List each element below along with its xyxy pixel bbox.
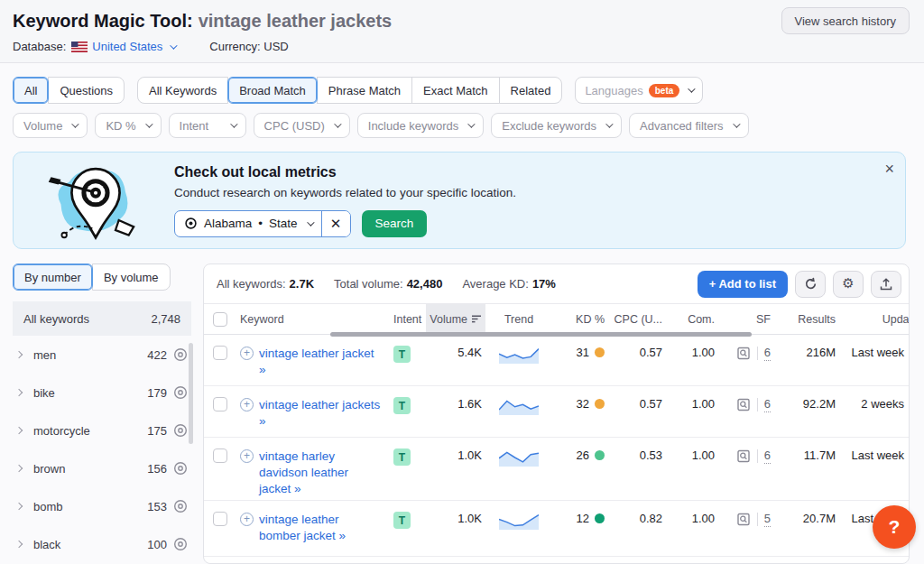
trend-sparkline (499, 512, 539, 530)
add-keyword-icon[interactable]: + (240, 398, 254, 411)
serp-features-count[interactable]: 6 (764, 346, 771, 361)
location-dropdown[interactable]: Alabama • State (175, 217, 321, 230)
group-item-brown[interactable]: brown 156 (13, 449, 191, 487)
group-label: motorcycle (33, 424, 147, 438)
column-results[interactable]: Results (774, 313, 839, 326)
row-checkbox[interactable] (213, 448, 227, 463)
summary-total-volume-label: Total volume: (334, 277, 403, 291)
divider (757, 449, 758, 463)
serp-snapshot-icon[interactable] (737, 347, 751, 361)
tab-phrase-match[interactable]: Phrase Match (317, 77, 412, 104)
column-volume-label: Volume (430, 313, 467, 326)
tab-by-number[interactable]: By number (13, 264, 93, 291)
eye-icon[interactable] (173, 461, 188, 476)
group-item-black[interactable]: black 100 (13, 525, 191, 563)
add-keyword-icon[interactable]: + (240, 513, 254, 526)
keyword-link[interactable]: vintage leather bomber jacket » (259, 512, 383, 544)
kd-difficulty-dot (595, 513, 605, 523)
kd-filter[interactable]: KD % (95, 113, 161, 138)
refresh-button[interactable] (795, 271, 826, 298)
chevron-right-icon (15, 503, 23, 510)
help-button[interactable]: ? (873, 505, 916, 549)
group-label: black (33, 538, 147, 551)
serp-snapshot-icon[interactable] (737, 513, 751, 527)
search-button[interactable]: Search (362, 210, 428, 237)
chevron-down-icon (688, 85, 695, 92)
eye-icon[interactable] (173, 499, 188, 513)
cpc-filter[interactable]: CPC (USD) (254, 113, 350, 138)
group-item-motorcycle[interactable]: motorcycle 175 (13, 411, 191, 449)
chevron-right-icon (15, 389, 23, 396)
export-button[interactable] (871, 271, 901, 298)
column-kd[interactable]: KD % (552, 313, 608, 326)
tool-name: Keyword Magic Tool: (13, 11, 193, 31)
column-intent[interactable]: Intent (386, 313, 426, 326)
banner-close-button[interactable]: × (884, 160, 894, 179)
eye-icon[interactable] (173, 347, 188, 362)
trend-sparkline (499, 346, 539, 364)
column-keyword[interactable]: Keyword (236, 313, 386, 326)
update-refresh-icon (909, 399, 910, 409)
clear-location-button[interactable]: ✕ (321, 211, 350, 236)
serp-features-count[interactable]: 5 (764, 512, 771, 527)
sidebar-scrollbar[interactable] (189, 343, 193, 444)
group-count: 156 (147, 462, 167, 476)
row-checkbox[interactable] (213, 397, 227, 411)
languages-dropdown[interactable]: Languages beta (575, 77, 703, 104)
keyword-link[interactable]: vintage harley davidson leather jacket » (259, 448, 383, 497)
group-item-bomb[interactable]: bomb 153 (13, 487, 191, 525)
all-keywords-row[interactable]: All keywords 2,748 (13, 301, 191, 336)
eye-icon[interactable] (173, 537, 188, 551)
add-keyword-icon[interactable]: + (240, 347, 254, 360)
group-item-bike[interactable]: bike 179 (13, 374, 191, 411)
tab-all[interactable]: All (13, 77, 49, 104)
column-trend[interactable]: Trend (485, 313, 552, 326)
summary-total-volume-value: 42,480 (407, 277, 443, 291)
tab-questions[interactable]: Questions (48, 77, 125, 104)
tab-related[interactable]: Related (499, 77, 563, 104)
update-value: Last week (851, 346, 904, 359)
row-checkbox[interactable] (213, 512, 227, 526)
serp-snapshot-icon[interactable] (737, 449, 751, 464)
cpc-filter-label: CPC (USD) (264, 119, 325, 133)
column-update[interactable]: Update (839, 313, 910, 326)
chevron-down-icon (733, 120, 740, 127)
volume-value: 5.4K (426, 335, 485, 359)
column-volume[interactable]: Volume (426, 304, 485, 335)
row-checkbox[interactable] (213, 346, 227, 360)
intent-badge: T (393, 448, 411, 466)
column-com[interactable]: Com. (666, 313, 718, 326)
serp-features-count[interactable]: 6 (764, 448, 771, 464)
horizontal-scrollbar[interactable] (330, 332, 752, 337)
advanced-filters[interactable]: Advanced filters (629, 113, 749, 138)
group-count: 153 (147, 500, 167, 513)
serp-features-count[interactable]: 6 (764, 397, 771, 412)
update-refresh-icon (909, 450, 910, 460)
chevron-right-icon (15, 465, 23, 472)
volume-filter[interactable]: Volume (13, 113, 88, 138)
table-settings-button[interactable]: ⚙ (833, 271, 864, 298)
intent-filter[interactable]: Intent (169, 113, 246, 138)
table-row: + vintage leather jackets » T 1.6K 32 0.… (204, 386, 909, 438)
add-to-list-button[interactable]: + Add to list (698, 271, 788, 298)
tab-by-volume[interactable]: By volume (92, 264, 171, 291)
database-selector[interactable]: United States (71, 40, 175, 53)
cpc-value: 0.82 (608, 501, 666, 525)
eye-icon[interactable] (173, 385, 188, 400)
serp-snapshot-icon[interactable] (737, 398, 751, 412)
view-search-history-button[interactable]: View search history (781, 7, 910, 34)
select-all-checkbox[interactable] (213, 312, 227, 327)
exclude-keywords-filter[interactable]: Exclude keywords (491, 113, 622, 138)
group-item-men[interactable]: men 422 (13, 336, 191, 374)
keyword-link[interactable]: vintage leather jackets » (259, 397, 383, 430)
column-sf[interactable]: SF (718, 313, 774, 326)
column-cpc[interactable]: CPC (U... (608, 313, 666, 326)
eye-icon[interactable] (173, 423, 188, 438)
keyword-link[interactable]: vintage leather jacket » (259, 346, 383, 378)
chevron-right-icon (15, 541, 23, 548)
tab-all-keywords[interactable]: All Keywords (137, 77, 228, 104)
add-keyword-icon[interactable]: + (240, 449, 254, 463)
tab-exact-match[interactable]: Exact Match (411, 77, 500, 104)
tab-broad-match[interactable]: Broad Match (227, 77, 318, 104)
include-keywords-filter[interactable]: Include keywords (357, 113, 484, 138)
